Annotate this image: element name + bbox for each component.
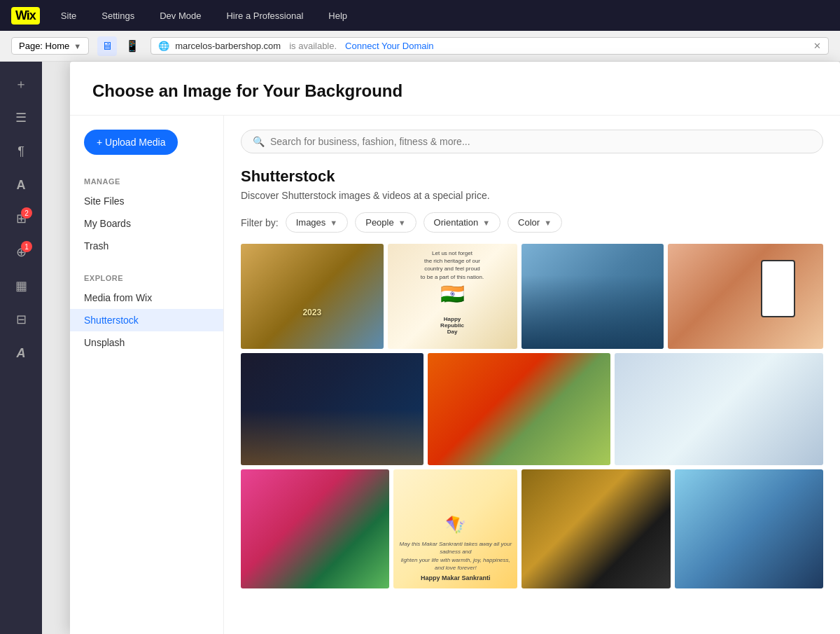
available-text: is available. <box>289 41 337 51</box>
menu-hire[interactable]: Hire a Professional <box>222 8 307 24</box>
nav-trash[interactable]: Trash <box>70 235 223 257</box>
filter-color-label: Color <box>518 217 540 228</box>
manage-section-label: MANAGE <box>70 172 223 190</box>
filter-bar: Filter by: Images ▼ People ▼ Orientation… <box>241 212 823 233</box>
explore-section-label: EXPLORE <box>70 268 223 287</box>
search-input[interactable] <box>270 136 811 147</box>
chevron-down-icon: ▼ <box>544 219 552 227</box>
upload-media-button[interactable]: + Upload Media <box>84 130 178 155</box>
modal-sidebar: + Upload Media MANAGE Site Files My Boar… <box>70 116 224 634</box>
filter-orientation-button[interactable]: Orientation ▼ <box>424 212 500 233</box>
media-icon: ▦ <box>15 278 27 294</box>
image-thumbnail[interactable]: Let us not forgetthe rich heritage of ou… <box>388 244 517 349</box>
address-bar: Page: Home ▼ 🖥 📱 🌐 marcelos-barbershop.c… <box>0 31 840 62</box>
chevron-down-icon: ▼ <box>398 219 406 227</box>
menu-help[interactable]: Help <box>324 8 351 24</box>
filter-orientation-label: Orientation <box>434 217 479 228</box>
menu-devmode[interactable]: Dev Mode <box>155 8 205 24</box>
sidebar-menu-icon[interactable]: ☰ <box>7 104 35 132</box>
url-bar: 🌐 marcelos-barbershop.com is available. … <box>150 37 829 55</box>
page-select[interactable]: Page: Home ▼ <box>11 37 89 55</box>
sidebar-apps-icon[interactable]: ⊞ 2 <box>7 205 35 233</box>
sidebar-text-icon[interactable]: ¶ <box>7 137 35 165</box>
desktop-icon[interactable]: 🖥 <box>97 36 117 56</box>
menu-icon: ☰ <box>15 110 27 125</box>
search-icon: 🔍 <box>253 136 265 147</box>
add-icon: ＋ <box>15 76 27 92</box>
filter-images-button[interactable]: Images ▼ <box>286 212 349 233</box>
image-thumbnail[interactable] <box>522 469 670 588</box>
globe-icon: 🌐 <box>158 41 169 51</box>
image-thumbnail[interactable] <box>668 244 823 349</box>
image-row-2 <box>241 353 823 465</box>
mobile-icon[interactable]: 📱 <box>122 36 142 56</box>
text-icon: ¶ <box>18 144 24 159</box>
image-thumbnail[interactable] <box>522 244 664 349</box>
sidebar-sections-icon[interactable]: ⊕ 1 <box>7 238 35 266</box>
top-menu-bar: Wix Site Settings Dev Mode Hire a Profes… <box>0 0 840 31</box>
sidebar-add-icon[interactable]: ＋ <box>7 70 35 98</box>
page-label: Page: Home <box>19 41 69 51</box>
menu-settings[interactable]: Settings <box>97 8 139 24</box>
nav-media-from-wix[interactable]: Media from Wix <box>70 287 223 309</box>
sidebar-pages-icon[interactable]: ⊟ <box>7 305 35 333</box>
image-thumbnail[interactable]: 🪁 May this Makar Sankranti takes away al… <box>393 469 517 588</box>
nav-shutterstock[interactable]: Shutterstock <box>70 309 223 331</box>
chevron-down-icon: ▼ <box>74 42 81 50</box>
sections-badge: 1 <box>21 241 32 252</box>
image-thumbnail[interactable] <box>428 353 610 465</box>
modal-header: Choose an Image for Your Background <box>70 62 840 116</box>
content-subtitle: Discover Shutterstock images & videos at… <box>241 190 823 201</box>
device-icons: 🖥 📱 <box>97 36 142 56</box>
chevron-down-icon: ▼ <box>482 219 490 227</box>
wix-logo[interactable]: Wix <box>11 7 40 25</box>
sidebar-media-icon[interactable]: ▦ <box>7 272 35 300</box>
image-row-1: 2023 Let us not forgetthe rich heritage … <box>241 244 823 349</box>
image-thumbnail[interactable]: 2023 <box>241 244 384 349</box>
main-layout: ＋ ☰ ¶ A ⊞ 2 ⊕ 1 ▦ ⊟ A Choose an Im <box>0 62 840 634</box>
modal-body: + Upload Media MANAGE Site Files My Boar… <box>70 116 840 634</box>
appmarket-icon: A <box>17 346 26 361</box>
sidebar-theme-icon[interactable]: A <box>7 171 35 199</box>
apps-badge: 2 <box>21 207 32 219</box>
modal-title: Choose an Image for Your Background <box>92 81 818 101</box>
chevron-down-icon: ▼ <box>330 219 337 227</box>
choose-image-modal: Choose an Image for Your Background + Up… <box>70 62 840 634</box>
image-thumbnail[interactable] <box>615 353 823 465</box>
image-grid: 2023 Let us not forgetthe rich heritage … <box>241 244 823 588</box>
modal-content: 🔍 Shutterstock Discover Shutterstock ima… <box>224 116 840 634</box>
domain-name: marcelos-barbershop.com <box>175 41 281 51</box>
nav-my-boards[interactable]: My Boards <box>70 212 223 235</box>
pages-icon: ⊟ <box>16 312 27 327</box>
image-thumbnail[interactable] <box>241 469 389 588</box>
left-sidebar: ＋ ☰ ¶ A ⊞ 2 ⊕ 1 ▦ ⊟ A <box>0 62 42 634</box>
content-title: Shutterstock <box>241 167 823 186</box>
image-thumbnail[interactable] <box>675 469 823 588</box>
filter-by-label: Filter by: <box>241 217 279 228</box>
filter-people-button[interactable]: People ▼ <box>355 212 416 233</box>
theme-icon: A <box>17 178 26 193</box>
connect-domain-link[interactable]: Connect Your Domain <box>345 41 433 51</box>
filter-images-label: Images <box>296 217 326 228</box>
nav-unsplash[interactable]: Unsplash <box>70 331 223 354</box>
filter-color-button[interactable]: Color ▼ <box>507 212 562 233</box>
image-row-3: 🪁 May this Makar Sankranti takes away al… <box>241 469 823 588</box>
filter-people-label: People <box>365 217 393 228</box>
image-thumbnail[interactable] <box>241 353 424 465</box>
nav-site-files[interactable]: Site Files <box>70 190 223 212</box>
search-bar[interactable]: 🔍 <box>241 130 823 153</box>
sidebar-appmarket-icon[interactable]: A <box>7 339 35 367</box>
menu-site[interactable]: Site <box>57 8 80 24</box>
close-url-bar-icon[interactable]: ✕ <box>813 41 821 51</box>
